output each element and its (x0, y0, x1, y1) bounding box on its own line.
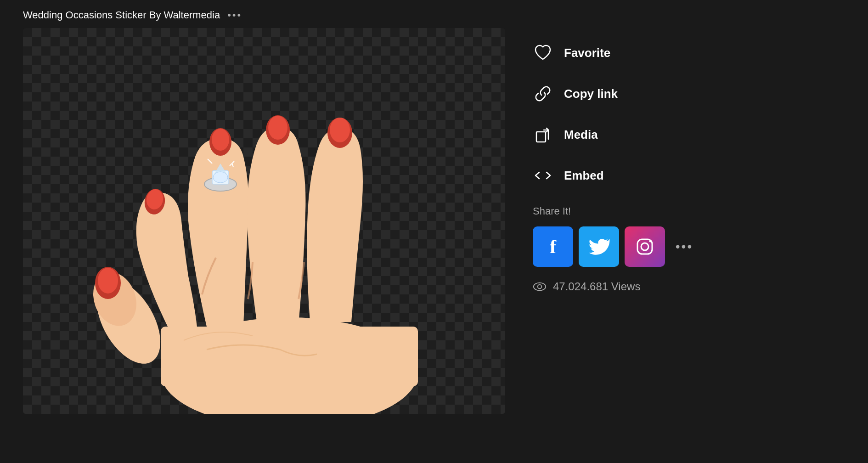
share-section: Share It! f (533, 205, 845, 267)
main-content: Favorite Copy link Media (0, 28, 868, 463)
facebook-icon: f (550, 236, 556, 258)
sticker-preview (23, 28, 505, 414)
copy-link-button[interactable]: Copy link (533, 73, 845, 114)
svg-point-11 (213, 172, 228, 183)
svg-point-5 (98, 268, 118, 294)
share-more-button[interactable]: ••• (671, 233, 698, 260)
embed-button[interactable]: Embed (533, 155, 845, 196)
svg-point-20 (330, 118, 350, 142)
share-buttons-row: f ••• (533, 226, 845, 267)
svg-rect-21 (536, 132, 546, 142)
svg-point-23 (641, 243, 648, 250)
views-count: 47.024.681 Views (553, 280, 640, 293)
svg-point-25 (534, 283, 546, 291)
twitter-bird-icon (588, 236, 610, 258)
facebook-share-button[interactable]: f (533, 226, 573, 267)
favorite-label: Favorite (564, 46, 610, 60)
svg-point-24 (649, 240, 652, 243)
page-title: Wedding Occasions Sticker By Waltermedia (23, 9, 220, 21)
favorite-button[interactable]: Favorite (533, 33, 845, 73)
share-title: Share It! (533, 205, 845, 217)
share-icon (533, 124, 553, 145)
instagram-icon (634, 236, 656, 258)
header-more-button[interactable]: ••• (227, 9, 242, 21)
svg-point-26 (538, 285, 541, 288)
svg-point-18 (268, 116, 287, 140)
heart-icon (533, 43, 553, 63)
eye-icon (533, 280, 547, 294)
media-button[interactable]: Media (533, 114, 845, 155)
link-icon (533, 84, 553, 104)
action-sidebar: Favorite Copy link Media (533, 28, 845, 449)
views-section: 47.024.681 Views (533, 280, 845, 294)
media-label: Media (564, 128, 598, 142)
page-header: Wedding Occasions Sticker By Waltermedia… (0, 0, 868, 28)
instagram-share-button[interactable] (625, 226, 665, 267)
more-dots-icon: ••• (676, 239, 693, 254)
copy-link-label: Copy link (564, 87, 618, 101)
sticker-image (23, 28, 505, 414)
svg-point-16 (212, 129, 229, 151)
code-icon (533, 165, 553, 186)
twitter-share-button[interactable] (579, 226, 619, 267)
embed-label: Embed (564, 169, 604, 183)
